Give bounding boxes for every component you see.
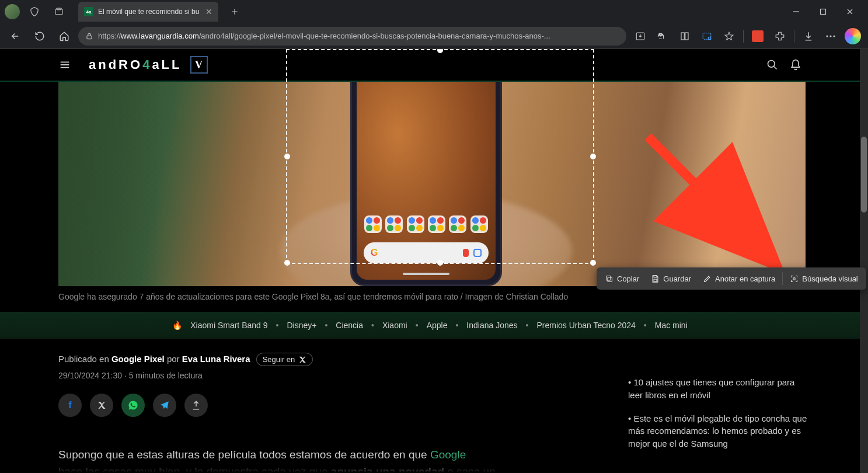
trending-link[interactable]: Mac mini — [655, 321, 688, 330]
trending-link[interactable]: Apple — [427, 321, 448, 330]
tab-actions-icon[interactable] — [49, 2, 69, 22]
svg-rect-16 — [606, 276, 611, 280]
svg-text:A»: A» — [658, 33, 664, 37]
screenshot-selection[interactable] — [286, 49, 594, 264]
toolbar-divider — [743, 30, 744, 43]
browser-tab[interactable]: 4a El móvil que te recomiendo si bu ✕ — [78, 2, 218, 22]
follow-button[interactable]: Seguir en — [256, 353, 313, 366]
svg-rect-7 — [685, 33, 688, 40]
trending-link[interactable]: Xiaomi — [382, 321, 407, 330]
page-content: andRO4aLL V G — [0, 49, 868, 473]
url-text: https://www.lavanguardia.com/andro4all/g… — [98, 32, 619, 40]
svg-rect-2 — [821, 9, 826, 15]
category-link[interactable]: Google Pixel — [111, 354, 165, 364]
svg-rect-6 — [681, 33, 684, 40]
related-list: • 10 ajustes que tienes que configurar p… — [628, 376, 809, 461]
home-button[interactable] — [54, 26, 75, 47]
trending-link[interactable]: Xiaomi Smart Band 9 — [190, 321, 267, 330]
toolbar-divider — [794, 30, 794, 43]
publish-date: 29/10/2024 21:30 — [58, 371, 122, 380]
share-telegram-icon[interactable] — [153, 394, 176, 417]
capture-copy-button[interactable]: Copiar — [600, 271, 644, 287]
svg-point-13 — [768, 61, 775, 68]
extensions-icon[interactable] — [769, 26, 790, 47]
svg-point-11 — [829, 35, 831, 37]
collections-alt-icon[interactable] — [674, 26, 695, 47]
fire-icon: 🔥 — [172, 321, 182, 330]
svg-rect-15 — [608, 277, 612, 282]
window-controls — [783, 2, 863, 21]
copilot-icon[interactable] — [842, 26, 863, 47]
related-item[interactable]: • 10 ajustes que tienes que configurar p… — [628, 376, 809, 402]
titlebar-left: 4a El móvil que te recomiendo si bu ✕ — [5, 2, 243, 22]
capture-save-button[interactable]: Guardar — [646, 271, 696, 287]
svg-point-10 — [826, 35, 828, 37]
new-tab-button[interactable] — [226, 4, 243, 20]
svg-point-19 — [793, 277, 796, 280]
capture-separator — [782, 272, 783, 285]
svg-point-12 — [833, 35, 835, 37]
browser-toolbar: https://www.lavanguardia.com/andro4all/g… — [0, 23, 868, 49]
workspaces-icon[interactable] — [25, 2, 44, 22]
tab-close-icon[interactable]: ✕ — [205, 7, 212, 16]
share-x-icon[interactable] — [90, 394, 113, 417]
svg-rect-8 — [703, 33, 711, 39]
window-titlebar: 4a El móvil que te recomiendo si bu ✕ — [0, 0, 868, 23]
lavanguardia-badge[interactable]: V — [190, 56, 208, 74]
share-whatsapp-icon[interactable] — [121, 394, 145, 417]
downloads-icon[interactable] — [798, 26, 819, 47]
settings-menu-icon[interactable] — [820, 26, 841, 47]
maximize-button[interactable] — [810, 2, 836, 21]
site-logo[interactable]: andRO4aLL — [89, 57, 182, 72]
vertical-scrollbar[interactable] — [860, 49, 868, 473]
trending-link[interactable]: Disney+ — [287, 321, 316, 330]
svg-rect-3 — [87, 36, 92, 39]
read-time: 5 minutos de lectura — [129, 371, 203, 380]
share-row: f — [58, 394, 208, 417]
menu-icon[interactable] — [58, 58, 71, 71]
article-meta: Publicado en Google Pixel por Eva Luna R… — [58, 353, 313, 380]
capture-visual-search-button[interactable]: Búsqueda visual — [785, 271, 862, 287]
tab-favicon: 4a — [84, 7, 93, 16]
trending-link[interactable]: Indiana Jones — [466, 321, 517, 330]
capture-toolbar: Copiar Guardar Anotar en captura Búsqued… — [597, 267, 866, 290]
trending-bar: 🔥 Xiaomi Smart Band 9• Disney+• Ciencia•… — [0, 312, 860, 339]
scrollbar-thumb[interactable] — [861, 137, 867, 213]
close-window-button[interactable] — [836, 2, 863, 21]
lock-icon — [85, 32, 93, 40]
svg-rect-17 — [654, 275, 657, 277]
trending-link[interactable]: Premios Urban Tecno 2024 — [536, 321, 635, 330]
tab-title: El móvil que te recomiendo si bu — [98, 8, 201, 16]
search-icon[interactable] — [766, 59, 778, 71]
hero-caption: Google ha asegurado 7 años de actualizac… — [58, 292, 568, 301]
todoist-extension-icon[interactable] — [747, 26, 768, 47]
minimize-button[interactable] — [783, 2, 810, 21]
app-install-icon[interactable] — [630, 26, 651, 47]
author-link[interactable]: Eva Luna Rivera — [182, 354, 250, 364]
svg-rect-18 — [654, 279, 657, 281]
favorite-icon[interactable] — [719, 26, 740, 47]
trending-link[interactable]: Ciencia — [336, 321, 363, 330]
related-item[interactable]: • Este es el móvil plegable de tipo conc… — [628, 412, 809, 450]
read-aloud-icon[interactable]: A» — [652, 26, 673, 47]
screenshot-tool-icon[interactable] — [696, 26, 717, 47]
share-facebook-icon[interactable]: f — [58, 394, 82, 417]
capture-annotate-button[interactable]: Anotar en captura — [698, 271, 780, 287]
toolbar-actions: A» — [630, 26, 863, 47]
profile-avatar[interactable] — [5, 4, 20, 19]
notifications-icon[interactable] — [790, 59, 801, 71]
share-more-icon[interactable] — [184, 394, 208, 417]
fade-overlay — [0, 455, 860, 473]
back-button[interactable] — [5, 26, 26, 47]
address-bar[interactable]: https://www.lavanguardia.com/andro4all/g… — [78, 27, 626, 46]
refresh-button[interactable] — [29, 26, 50, 47]
